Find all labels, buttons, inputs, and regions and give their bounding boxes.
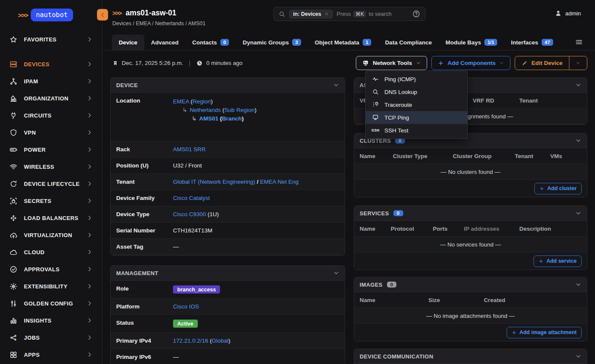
search-kbd: ⌘K	[353, 11, 366, 18]
tab-module-bays[interactable]: Module Bays1/1	[439, 35, 504, 50]
sidebar-item-vpn[interactable]: VPN	[0, 124, 102, 141]
value-link[interactable]: AMS01 SRR	[173, 146, 206, 153]
sidebar-item-cloud[interactable]: CLOUD	[0, 244, 102, 261]
breadcrumb[interactable]: Devices / EMEA / Netherlands / AMS01	[112, 21, 205, 26]
value-link[interactable]: Sub Region	[224, 107, 255, 113]
menu-item-ping-icmp[interactable]: Ping (ICMP)	[366, 73, 467, 85]
value-link[interactable]: Cisco IOS	[173, 303, 199, 310]
tab-interfaces[interactable]: Interfaces47	[504, 35, 560, 50]
sidebar-item-load-balancers[interactable]: LOAD BALANCERS	[0, 209, 102, 226]
column-header: Cluster Type	[393, 153, 453, 159]
tab-label: Advanced	[151, 39, 179, 46]
help-icon[interactable]	[412, 10, 420, 18]
sidebar-item-ipam[interactable]: IPAM	[0, 73, 102, 90]
edit-device-caret-button[interactable]	[569, 56, 587, 70]
sidebar-collapse-button[interactable]	[97, 9, 108, 21]
chevron-down-icon[interactable]	[575, 210, 581, 216]
management-panel-header: MANAGEMENT	[111, 266, 345, 281]
tab-device[interactable]: Device	[112, 35, 144, 50]
sidebar-item-jobs[interactable]: JOBS	[0, 329, 102, 346]
sidebar-item-devices[interactable]: DEVICES	[0, 56, 102, 73]
sidebar-item-golden-config[interactable]: GOLDEN CONFIG	[0, 295, 102, 312]
sidebar-item-label: SECRETS	[24, 198, 80, 204]
sidebar-item-virtualization[interactable]: VIRTUALIZATION	[0, 226, 102, 244]
column-header: Cluster Group	[453, 153, 515, 159]
add-image-attachment-button[interactable]: Add image attachment	[507, 327, 582, 338]
value-text: (	[189, 98, 193, 105]
management-row-primary-ipv6: Primary IPv6—	[111, 349, 345, 364]
field-label: Device Family	[111, 190, 173, 206]
chevron-down-icon[interactable]	[575, 282, 581, 288]
device-panel-header: DEVICE	[111, 78, 345, 93]
value-text: CTH1624T13M	[173, 227, 212, 234]
chevron-down-icon[interactable]	[575, 82, 581, 88]
value-link[interactable]: Global IT (Network Engineering)	[173, 179, 255, 185]
chevron-down-icon[interactable]	[333, 82, 339, 88]
value-link[interactable]: Global	[212, 338, 229, 344]
value-link[interactable]: EMEA Net Eng	[260, 179, 299, 185]
tab-label: Data Compliance	[385, 39, 432, 46]
sidebar-item-label: INSIGHTS	[24, 317, 80, 324]
chevron-down-icon[interactable]	[575, 138, 581, 144]
menu-item-ssh-test[interactable]: SSHSSH Test	[366, 124, 467, 137]
chevron-right-icon	[87, 352, 93, 358]
value-link[interactable]: AMS01	[199, 115, 218, 122]
column-header: Name	[360, 153, 393, 159]
tab-advanced[interactable]: Advanced	[144, 35, 186, 50]
sidebar-item-insights[interactable]: INSIGHTS	[0, 312, 102, 329]
network-tools-button[interactable]: Network Tools	[356, 56, 427, 70]
sidebar-item-device-lifecycle[interactable]: DEVICE LIFECYCLE	[0, 175, 102, 192]
value-link[interactable]: Cisco C9300	[173, 211, 206, 217]
refresh-icon	[9, 180, 18, 188]
search-hint-post: to search	[369, 11, 391, 17]
tabs-overflow-menu-icon[interactable]	[575, 38, 583, 46]
table-header-row: NameProtocolPortsIP addressesDescription	[354, 221, 587, 237]
sidebar-item-circuits[interactable]: CIRCUITS	[0, 107, 102, 124]
bookmark-icon[interactable]	[112, 60, 118, 66]
chevron-right-icon	[87, 61, 93, 67]
sidebar-item-favorites[interactable]: FAVORITES	[0, 31, 102, 48]
chevron-down-icon[interactable]	[575, 353, 581, 359]
device-panel-title: DEVICE	[116, 82, 138, 88]
sidebar-item-wireless[interactable]: WIRELESS	[0, 158, 102, 175]
sidebar-item-organization[interactable]: ORGANIZATION	[0, 90, 102, 107]
tab-dynamic-groups[interactable]: Dynamic Groups3	[236, 35, 308, 50]
add-cluster-button[interactable]: Add cluster	[534, 183, 582, 194]
chevron-down-icon[interactable]	[333, 270, 339, 276]
tab-data-compliance[interactable]: Data Compliance	[378, 35, 439, 50]
menu-item-traceroute[interactable]: Traceroute	[366, 98, 467, 111]
column-header: Protocol	[391, 226, 433, 232]
management-row-platform: PlatformCisco IOS	[111, 299, 345, 315]
network-tools-menu: Ping (ICMP)DNS LookupTracerouteTCP PingS…	[365, 70, 468, 139]
sidebar-item-apps[interactable]: APPS	[0, 346, 102, 363]
value-link[interactable]: Netherlands	[190, 107, 221, 113]
value-link[interactable]: Cisco Catalyst	[173, 195, 210, 201]
empty-table-message: — No image attachments found —	[354, 308, 587, 324]
sidebar-item-power[interactable]: POWER	[0, 141, 102, 158]
menu-item-dns-lookup[interactable]: DNS Lookup	[366, 85, 467, 98]
sidebar-item-extensibility[interactable]: EXTENSIBILITY	[0, 278, 102, 295]
field-label: Platform	[111, 299, 173, 314]
tab-contacts[interactable]: Contacts0	[185, 35, 236, 50]
sidebar-item-approvals[interactable]: APPROVALS	[0, 261, 102, 278]
edit-device-button[interactable]: Edit Device	[515, 56, 569, 70]
close-icon[interactable]	[324, 12, 329, 16]
field-value: Cisco C9300 (1U)	[173, 206, 345, 222]
search-scope-chip[interactable]: in: Devices	[289, 10, 333, 18]
menu-item-tcp-ping[interactable]: TCP Ping	[366, 111, 467, 124]
nautobot-logo[interactable]: >>> nautobot	[0, 0, 102, 21]
clusters-panel: CLUSTERS0NameCluster TypeCluster GroupTe…	[354, 133, 587, 197]
global-search-input[interactable]: in: Devices Press ⌘K to search	[273, 7, 425, 21]
value-link[interactable]: 172.21.0.2/16	[173, 338, 208, 344]
add-service-button[interactable]: Add service	[533, 255, 582, 267]
sidebar-item-secrets[interactable]: SECRETS	[0, 192, 102, 209]
value-link[interactable]: EMEA	[173, 98, 189, 105]
user-menu[interactable]: admin	[555, 10, 581, 17]
search-hint-pre: Press	[337, 11, 351, 17]
add-components-button[interactable]: Add Components	[431, 56, 511, 70]
chevron-right-icon	[87, 112, 93, 118]
tab-object-metadata[interactable]: Object Metadata1	[308, 35, 378, 50]
column-header: Size	[428, 297, 484, 303]
value-link[interactable]: Branch	[222, 115, 242, 122]
value-link[interactable]: Region	[193, 98, 211, 105]
